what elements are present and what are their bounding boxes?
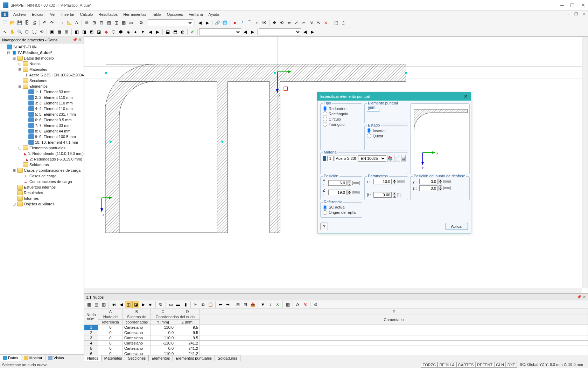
radio-origen-rejilla[interactable]: Origen de rejilla [323, 210, 360, 215]
tree-pe-2[interactable]: 2: Redondeado (-6.0,19.0 mm) [30, 157, 82, 161]
disp-d-icon[interactable]: ◪ [95, 28, 102, 35]
disp-e-icon[interactable]: ◆ [103, 28, 110, 35]
combo-1[interactable] [148, 19, 193, 26]
spin-down[interactable]: ▼ [393, 195, 396, 198]
radio-circulo[interactable]: Círculo [323, 116, 360, 122]
dt-fx-icon[interactable]: fx [294, 301, 301, 308]
radio-sc-actual[interactable]: SC actual [323, 205, 360, 210]
disp-b-icon[interactable]: ◨ [80, 28, 88, 35]
dt-grid2-icon[interactable]: ⊟ [242, 301, 249, 308]
disp-a-icon[interactable]: ◧ [73, 28, 80, 35]
nav-next-icon[interactable]: ▶ [204, 19, 211, 26]
disp-j-icon[interactable]: ▼ [139, 28, 146, 35]
menu-resultados[interactable]: Resultados [96, 12, 120, 17]
pos-z-input[interactable] [328, 190, 346, 195]
arc-icon[interactable]: ⌒ [246, 19, 253, 26]
radio-insertar[interactable]: Insertar [367, 128, 406, 133]
tree-internal[interactable]: Esfuerzos internos [24, 185, 56, 189]
view-b-icon[interactable]: ▦ [56, 28, 63, 35]
menu-herramientas[interactable]: Herramientas [120, 12, 149, 17]
datatab-elementos-puntuales[interactable]: Elementos puntuales [173, 355, 215, 361]
window-icon[interactable]: ▭ [127, 19, 134, 26]
dt-grid-icon[interactable]: ⊞ [234, 301, 241, 308]
trim-icon[interactable]: ⇱ [315, 19, 322, 26]
view-c-icon[interactable]: ⊞ [63, 28, 70, 35]
spin-up[interactable]: ▲ [393, 192, 396, 195]
snap-icon[interactable]: ⊡ [98, 19, 105, 26]
dt-last-icon[interactable]: ⏭ [147, 301, 154, 308]
nav-left-icon[interactable]: ◀ [241, 28, 248, 35]
table-row[interactable]: 6 0Cartesiano 110.0241.2 [84, 351, 588, 355]
disp-k-icon[interactable]: ◀ [147, 28, 154, 35]
param-beta-input[interactable] [373, 192, 392, 198]
close-button[interactable]: ✕ [581, 2, 585, 8]
material-library-icon[interactable]: 📚 [387, 155, 393, 162]
navtab-mostrar[interactable]: Mostrar [21, 355, 46, 361]
deselect-icon[interactable]: ◌ [340, 19, 347, 26]
menu-insertar[interactable]: Insertar [58, 12, 77, 17]
print-icon[interactable]: 🖨 [31, 19, 38, 26]
disp-g-icon[interactable]: ⬢ [117, 28, 124, 35]
dt-refresh-icon[interactable]: ↻ [157, 301, 164, 308]
table-row[interactable]: 1 0Cartesiano -110.09.5 [84, 325, 588, 330]
tree-model[interactable]: Datos del modelo [24, 56, 54, 60]
delete-icon[interactable]: ✕ [322, 19, 329, 26]
dt-btn-3[interactable]: ▥ [100, 301, 107, 308]
menu-edicion[interactable]: Edición [29, 12, 47, 17]
dialog-help-icon[interactable]: ? [320, 223, 328, 230]
menu-ventana[interactable]: Ventana [186, 12, 205, 17]
tree-cc[interactable]: Combinaciones de carga [29, 179, 72, 184]
dt-fx2-icon[interactable]: fx [302, 301, 309, 308]
table-row[interactable]: 2 0Cartesiano 0.09.5 [84, 330, 588, 335]
offset-z-input[interactable] [419, 185, 438, 191]
measure-icon[interactable]: 📐 [66, 19, 73, 26]
tree-el-7[interactable]: 7: 7; Element 33 mm [35, 123, 71, 128]
tree-el-8[interactable]: 8: 8; Element 44 mm [35, 129, 71, 133]
spin-up[interactable]: ▲ [348, 180, 351, 183]
cursor-icon[interactable]: ↖ [1, 28, 8, 35]
layers-icon[interactable]: ▤ [105, 19, 112, 26]
save-icon[interactable]: 💾 [16, 19, 23, 26]
tree-el-2[interactable]: 2: 2; Element 110 mm [35, 95, 73, 100]
disp-c-icon[interactable]: ◩ [88, 28, 95, 35]
radio-redondeo[interactable]: Redondeo [323, 106, 360, 111]
divide-icon[interactable]: ✂ [300, 19, 307, 26]
menu-calculo[interactable]: Cálculo [77, 12, 96, 17]
tree-el-6[interactable]: 6: 6; Element 9.5 mm [35, 118, 72, 122]
zoom-fit-icon[interactable]: ⛶ [31, 28, 38, 35]
nav-prev-icon[interactable]: ◀ [196, 19, 203, 26]
datatab-soldaduras[interactable]: Soldaduras [215, 355, 240, 361]
rotate-icon[interactable]: ⟲ [278, 19, 285, 26]
dt-align-right-icon[interactable]: ➡ [224, 301, 231, 308]
tree-materials[interactable]: Materiales [29, 67, 47, 71]
disp-h-icon[interactable]: ◈ [125, 28, 132, 35]
tree-el-9[interactable]: 9: 9; Element 100.5 mm [35, 135, 76, 139]
globe-icon[interactable]: 🌐 [221, 19, 228, 26]
table-row[interactable]: 3 0Cartesiano 110.09.5 [84, 335, 588, 341]
radio-quitar[interactable]: Quitar [367, 133, 406, 138]
spin-down[interactable]: ▼ [348, 192, 351, 195]
point-element-icon[interactable]: ▫ [253, 19, 260, 26]
sb-rejilla[interactable]: REJILLA [438, 362, 456, 368]
zoom-prev-icon[interactable]: ⟲ [38, 28, 45, 35]
check-icon[interactable]: ✔ [189, 28, 196, 35]
dimension-icon[interactable]: ↔ [58, 19, 65, 26]
dt-copy-icon[interactable]: ⧉ [200, 301, 206, 308]
datatab-elementos[interactable]: Elementos [148, 355, 173, 361]
copy-icon[interactable]: ⧉ [83, 19, 90, 26]
toggle-a-icon[interactable]: ⬓ [164, 28, 171, 35]
data-panel-pin-icon[interactable]: 📌 ✕ [577, 295, 586, 299]
zoom-in-icon[interactable]: 🔍 [16, 28, 23, 35]
table-row[interactable]: 5 0Cartesiano 0.0241.2 [84, 346, 588, 351]
spin-up[interactable]: ▲ [348, 190, 351, 192]
calc-icon[interactable]: ⚙ [138, 19, 145, 26]
tree-elements[interactable]: Elementos [29, 84, 48, 88]
nav-right2-icon[interactable]: ▶ [309, 28, 316, 35]
disp-f-icon[interactable]: ⬡ [110, 28, 117, 35]
radio-rectangulo[interactable]: Rectángulo [323, 111, 360, 116]
material-norm-select[interactable]: EN 10025-2:2 [358, 155, 386, 162]
dt-first-icon[interactable]: ⏮ [110, 301, 117, 308]
combo-2[interactable] [199, 28, 241, 35]
spin-up[interactable]: ▲ [439, 179, 442, 182]
zoom-window-icon[interactable]: ⊡ [23, 28, 30, 35]
